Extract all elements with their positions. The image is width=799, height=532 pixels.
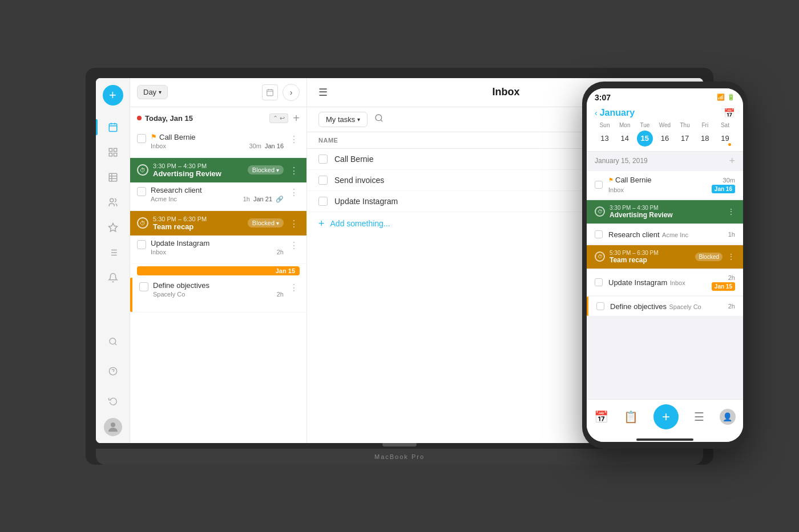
help-icon[interactable] — [103, 361, 123, 381]
phone-nav-tasks[interactable]: ☰ — [694, 410, 704, 424]
task-title: Define objectives — [153, 281, 284, 290]
task-more-icon[interactable]: ⋮ — [288, 165, 300, 176]
task-checkbox[interactable] — [137, 134, 146, 143]
phone-task-subtitle: Inbox — [670, 279, 685, 286]
sidebar-icon-calendar[interactable] — [103, 117, 123, 137]
sidebar: + — [96, 78, 130, 443]
phone-status-bar: 3:07 📶 🔋 — [587, 88, 743, 104]
sidebar-icon-people[interactable] — [103, 192, 123, 213]
date-13[interactable]: 13 — [597, 131, 613, 147]
phone-cal-icon[interactable]: 📅 — [724, 108, 735, 119]
inbox-checkbox[interactable] — [318, 176, 328, 185]
inbox-task-name: Send invoices — [334, 176, 384, 185]
task-duration: 2h — [277, 291, 284, 298]
sidebar-icon-layout[interactable] — [103, 142, 123, 163]
home-indicator — [587, 436, 743, 442]
sidebar-icon-list[interactable] — [103, 242, 123, 263]
date-15[interactable]: 15 — [637, 131, 653, 147]
phone-nav-add[interactable]: + — [653, 404, 679, 429]
task-checkbox[interactable] — [139, 282, 148, 291]
day-view-button[interactable]: Day ▾ — [137, 85, 168, 99]
laptop-notch — [382, 443, 417, 446]
date-14[interactable]: 14 — [617, 131, 633, 147]
history-icon[interactable] — [103, 391, 123, 411]
avatar[interactable] — [104, 418, 122, 436]
hamburger-icon[interactable]: ☰ — [318, 86, 328, 99]
search-icon[interactable] — [103, 331, 123, 352]
search-button[interactable] — [374, 113, 384, 125]
chevron-down-icon: ▾ — [159, 89, 162, 95]
inbox-title: Inbox — [493, 86, 520, 98]
phone-task-advertising[interactable]: ⏱ 3:30 PM – 4:30 PM Advertising Review ⋮ — [587, 200, 743, 224]
sidebar-icon-bell[interactable] — [103, 267, 123, 288]
phone-checkbox[interactable] — [596, 302, 604, 310]
svg-rect-25 — [267, 90, 273, 96]
sidebar-icon-table[interactable] — [103, 167, 123, 188]
task-item-call-bernie[interactable]: ⚑ Call Bernie Inbox 30m Jan 16 ⋮ — [130, 129, 306, 158]
phone-bottom-nav: 📅 📋 + ☰ 👤 — [587, 399, 743, 436]
day-label-sat: Sat — [715, 122, 735, 128]
phone-add-plus[interactable]: + — [729, 155, 735, 167]
laptop-shell: + — [86, 68, 713, 465]
phone-task-instagram[interactable]: Update Instagram Inbox 2h Jan 15 — [587, 270, 743, 295]
inbox-checkbox[interactable] — [318, 155, 328, 164]
inbox-task-name: Update Instagram — [334, 197, 398, 206]
task-item-research-client[interactable]: Research client Acme Inc 1h Jan 21 🔗 ⋮ — [130, 182, 306, 211]
wifi-icon: 📶 — [717, 94, 725, 101]
task-more-icon[interactable]: ⋮ — [288, 282, 300, 293]
add-button[interactable]: + — [103, 85, 123, 105]
task-item-team-recap[interactable]: ⏱ 5:30 PM – 6:30 PM Team recap Blocked ▾… — [130, 211, 306, 235]
date-17[interactable]: 17 — [677, 131, 693, 147]
phone-date-badge-orange: Jan 15 — [712, 282, 735, 291]
task-more-icon[interactable]: ⋮ — [288, 240, 300, 251]
phone-task-define-objectives[interactable]: Define objectives Spacely Co 2h — [587, 297, 743, 316]
day-label-sun: Sun — [595, 122, 615, 128]
today-label: Today, Jan 15 — [145, 114, 193, 123]
flag-icon: ⚑ — [608, 177, 614, 183]
phone-nav-inbox[interactable]: 📋 — [624, 410, 638, 424]
blocked-badge: Blocked ▾ — [248, 165, 284, 174]
phone-calendar-header: ‹ January 📅 Sun Mon Tue Wed Thu Fri Sat … — [587, 104, 743, 152]
task-subtitle: Acme Inc — [151, 196, 177, 202]
svg-rect-8 — [109, 173, 117, 181]
inbox-checkbox[interactable] — [318, 197, 328, 206]
day-label-thu: Thu — [675, 122, 695, 128]
calendar-icon-btn[interactable] — [262, 84, 278, 100]
phone-task-call-bernie[interactable]: ⚑ Call Bernie Inbox 30m Jan 16 — [587, 171, 743, 199]
laptop-base: MacBook Pro — [96, 449, 703, 465]
inbox-task-name: Call Bernie — [334, 155, 373, 164]
task-item-update-instagram[interactable]: Update Instagram Inbox 2h ⋮ — [130, 235, 306, 264]
date-18[interactable]: 18 — [697, 131, 713, 147]
task-item-advertising-review[interactable]: ⏱ 3:30 PM – 4:30 PM Advertising Review B… — [130, 158, 306, 182]
task-more-icon[interactable]: ⋮ — [288, 187, 300, 198]
phone-nav-profile[interactable]: 👤 — [720, 409, 736, 425]
task-more-icon[interactable]: ⋮ — [288, 218, 300, 229]
date-19[interactable]: 19 — [717, 131, 733, 147]
phone-blocked-badge: Blocked — [695, 253, 723, 261]
my-tasks-button[interactable]: My tasks ▾ — [318, 112, 368, 127]
phone-checkbox[interactable] — [595, 278, 603, 286]
back-arrow-icon[interactable]: ‹ — [595, 108, 598, 117]
phone-more-icon[interactable]: ⋮ — [727, 252, 735, 261]
phone-task-team-recap[interactable]: ⏱ 5:30 PM – 6:30 PM Team recap Blocked ⋮ — [587, 245, 743, 269]
phone-screen: 3:07 📶 🔋 ‹ January 📅 Sun Mon — [587, 88, 743, 442]
forward-button[interactable]: › — [283, 84, 300, 101]
blocked-title: Team recap — [153, 222, 243, 231]
active-indicator — [96, 119, 98, 135]
task-date: Jan 21 — [253, 196, 272, 202]
task-item-define-objectives[interactable]: Define objectives Spacely Co 2h ⋮ — [130, 278, 306, 312]
phone-checkbox[interactable] — [595, 230, 603, 238]
task-checkbox[interactable] — [137, 187, 146, 196]
task-checkbox[interactable] — [137, 240, 146, 249]
sidebar-icon-star[interactable] — [103, 217, 123, 238]
task-more-icon[interactable]: ⋮ — [288, 134, 300, 145]
add-task-plus[interactable]: + — [293, 112, 300, 125]
date-16[interactable]: 16 — [657, 131, 673, 147]
phone-more-icon[interactable]: ⋮ — [727, 207, 735, 216]
phone-checkbox[interactable] — [595, 181, 603, 189]
phone-nav-calendar[interactable]: 📅 — [594, 410, 608, 424]
phone-task-research[interactable]: Research client Acme Inc 1h — [587, 225, 743, 244]
svg-rect-7 — [114, 153, 116, 156]
svg-point-12 — [110, 198, 113, 202]
svg-point-24 — [111, 423, 115, 427]
